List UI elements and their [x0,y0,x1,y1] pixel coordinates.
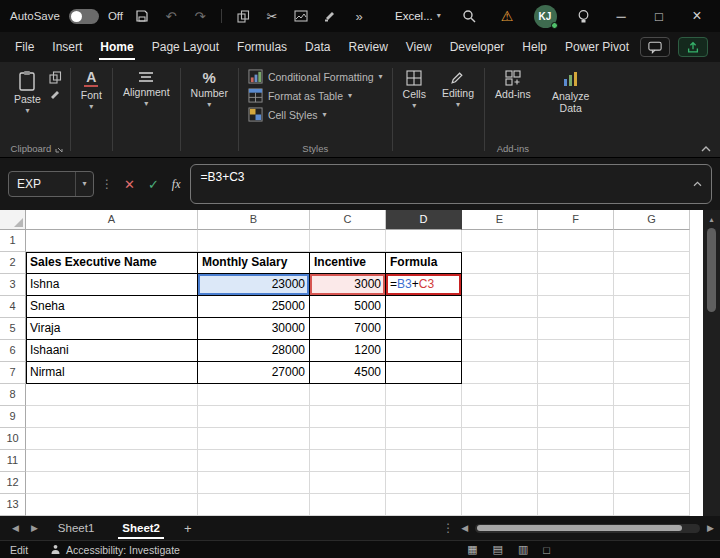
close-button[interactable]: × [678,0,716,32]
row-header-5[interactable]: 5 [0,318,26,340]
cell-F7[interactable] [538,362,614,384]
add-sheet-button[interactable]: + [174,521,202,536]
cell-E9[interactable] [462,406,538,428]
cell-A6[interactable]: Ishaani [26,340,198,362]
view-normal-icon[interactable]: ▦ [467,543,477,556]
cell-E5[interactable] [462,318,538,340]
cell-E3[interactable] [462,274,538,296]
cell-D7[interactable] [386,362,462,384]
cell-E11[interactable] [462,450,538,472]
cell-B7[interactable]: 27000 [198,362,310,384]
cell-F10[interactable] [538,428,614,450]
cell-G2[interactable] [614,252,690,274]
tab-view[interactable]: View [397,32,441,62]
cell-F3[interactable] [538,274,614,296]
scroll-left-icon[interactable]: ◀ [461,523,468,533]
cell-B11[interactable] [198,450,310,472]
cell-F9[interactable] [538,406,614,428]
share-button[interactable] [678,37,708,57]
cell-B2[interactable]: Monthly Salary [198,252,310,274]
cell-F1[interactable] [538,230,614,252]
cell-A3[interactable]: Ishna [26,274,198,296]
cell-D1[interactable] [386,230,462,252]
cell-G7[interactable] [614,362,690,384]
column-header-F[interactable]: F [538,210,614,230]
row-header-13[interactable]: 13 [0,494,26,516]
tab-review[interactable]: Review [339,32,396,62]
cell-B8[interactable] [198,384,310,406]
cell-G13[interactable] [614,494,690,516]
addins-button[interactable]: Add-ins [490,66,536,104]
name-box-dropdown-icon[interactable]: ▾ [75,172,93,196]
zoom-icon[interactable]: □ [543,544,550,556]
lightbulb-icon[interactable] [564,0,602,32]
cell-D9[interactable] [386,406,462,428]
cell-G5[interactable] [614,318,690,340]
cell-C3-referenced[interactable]: 3000 [310,274,386,296]
cell-D13[interactable] [386,494,462,516]
picture-icon[interactable] [291,5,311,27]
editing-button[interactable]: Editing ▾ [437,66,479,113]
column-header-G[interactable]: G [614,210,690,230]
vertical-scroll-thumb[interactable] [707,228,716,312]
cell-A2[interactable]: Sales Executive Name [26,252,198,274]
horizontal-scrollbar[interactable] [475,524,700,533]
cell-F13[interactable] [538,494,614,516]
cell-G3[interactable] [614,274,690,296]
collapse-formula-bar-icon[interactable] [692,181,703,188]
cell-F2[interactable] [538,252,614,274]
cell-D6[interactable] [386,340,462,362]
cell-B6[interactable]: 28000 [198,340,310,362]
column-header-E[interactable]: E [462,210,538,230]
cell-D10[interactable] [386,428,462,450]
cell-G10[interactable] [614,428,690,450]
cell-C7[interactable]: 4500 [310,362,386,384]
cell-E7[interactable] [462,362,538,384]
cell-A8[interactable] [26,384,198,406]
select-all-button[interactable] [0,210,26,230]
cell-C5[interactable]: 7000 [310,318,386,340]
scroll-up-icon[interactable]: ▴ [703,210,720,228]
cell-A11[interactable] [26,450,198,472]
cell-D4[interactable] [386,296,462,318]
comments-button[interactable] [640,37,670,57]
cell-C12[interactable] [310,472,386,494]
name-box[interactable]: EXP ▾ [8,171,94,197]
tab-page-layout[interactable]: Page Layout [143,32,228,62]
row-header-4[interactable]: 4 [0,296,26,318]
warning-icon[interactable]: ⚠ [488,0,526,32]
column-header-A[interactable]: A [26,210,198,230]
font-button[interactable]: A Font ▾ [76,66,107,115]
undo-icon[interactable]: ↶ [161,5,181,27]
row-header-2[interactable]: 2 [0,252,26,274]
cell-A1[interactable] [26,230,198,252]
cell-A4[interactable]: Sneha [26,296,198,318]
cell-D11[interactable] [386,450,462,472]
alignment-button[interactable]: Alignment ▾ [118,66,175,112]
row-header-3[interactable]: 3 [0,274,26,296]
cell-G6[interactable] [614,340,690,362]
column-header-B[interactable]: B [198,210,310,230]
cell-C9[interactable] [310,406,386,428]
tab-developer[interactable]: Developer [441,32,514,62]
tab-home[interactable]: Home [91,32,142,62]
cell-F11[interactable] [538,450,614,472]
sheet-tab-sheet2[interactable]: Sheet2 [108,516,174,540]
sheet-nav-prev-icon[interactable]: ◀ [6,523,25,533]
row-header-6[interactable]: 6 [0,340,26,362]
cell-G12[interactable] [614,472,690,494]
cell-C2[interactable]: Incentive [310,252,386,274]
column-header-D[interactable]: D [386,210,462,230]
cell-E8[interactable] [462,384,538,406]
cell-G8[interactable] [614,384,690,406]
number-button[interactable]: % Number ▾ [186,66,233,113]
row-header-12[interactable]: 12 [0,472,26,494]
cell-E10[interactable] [462,428,538,450]
cell-E2[interactable] [462,252,538,274]
cells-button[interactable]: Cells ▾ [398,66,431,114]
tab-insert[interactable]: Insert [43,32,91,62]
cell-C13[interactable] [310,494,386,516]
save-icon[interactable] [132,5,152,27]
paste-button[interactable]: Paste ▾ [9,66,46,119]
redo-icon[interactable]: ↷ [190,5,210,27]
